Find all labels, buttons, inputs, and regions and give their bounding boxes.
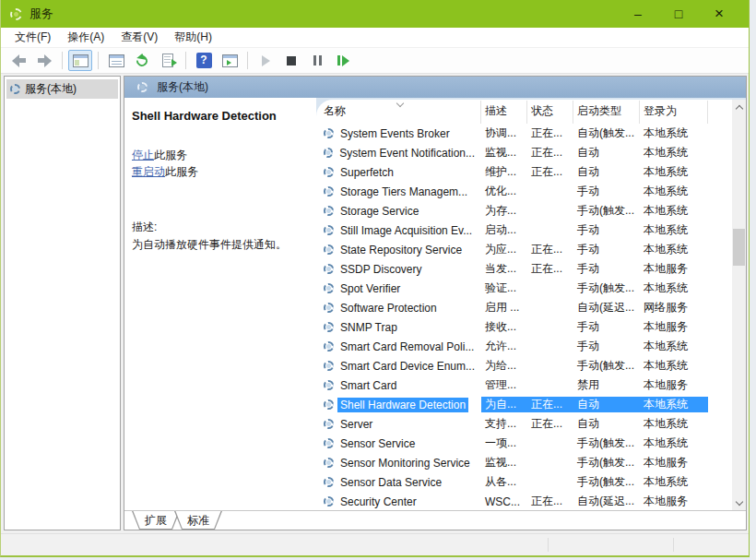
status-bar xyxy=(1,533,749,555)
toolbar-separator xyxy=(185,52,186,69)
service-gear-icon xyxy=(324,303,334,313)
column-header-startup-type[interactable]: 启动类型 xyxy=(573,101,640,124)
tree-item-services-local[interactable]: 服务(本地) xyxy=(6,79,118,99)
service-gear-icon xyxy=(324,458,334,468)
forward-icon xyxy=(38,54,52,67)
restart-service-link[interactable]: 重启动 xyxy=(132,165,165,178)
service-gear-icon xyxy=(324,148,333,158)
back-button[interactable] xyxy=(6,50,30,71)
titlebar: 服务 – □ × xyxy=(1,0,749,28)
console-tree-pane: 服务(本地) xyxy=(4,76,121,530)
status-bar-separator xyxy=(548,538,549,552)
menu-item[interactable]: 操作(A) xyxy=(59,27,112,48)
service-row[interactable]: Storage Tiers Managem... 优化... 手动 本地系统 xyxy=(316,182,732,201)
service-gear-icon xyxy=(324,361,334,371)
restart-service-line: 重启动此服务 xyxy=(132,163,309,180)
service-gear-icon xyxy=(324,283,334,293)
console-tree-icon xyxy=(73,54,89,67)
service-row[interactable]: Sensor Data Service 从各... 手动(触发... 本地系统 xyxy=(316,472,732,492)
export-list-icon xyxy=(162,54,173,67)
view-tab-inactive[interactable]: 标准 xyxy=(174,511,222,530)
action-pane-icon xyxy=(222,54,238,67)
description-text: 为自动播放硬件事件提供通知。 xyxy=(132,236,309,254)
services-gear-icon xyxy=(137,82,148,92)
service-row[interactable]: Smart Card 管理... 禁用 本地服务 xyxy=(316,375,732,395)
service-gear-icon xyxy=(324,477,334,487)
column-header-name[interactable]: 名称 xyxy=(320,101,481,124)
scrollbar-thumb[interactable] xyxy=(733,229,745,266)
view-tab-active[interactable]: 扩展 xyxy=(132,511,180,530)
help-button[interactable]: ? xyxy=(192,50,216,71)
start-service-button[interactable] xyxy=(254,50,278,71)
stop-service-button[interactable] xyxy=(279,50,303,71)
service-row[interactable]: Software Protection 启用 ... 自动(延迟... 网络服务 xyxy=(316,298,732,317)
toolbar-separator xyxy=(62,52,63,69)
service-row[interactable]: Smart Card Removal Poli... 允许... 手动 本地系统 xyxy=(316,337,732,356)
service-gear-icon xyxy=(324,206,334,216)
stop-service-line: 停止此服务 xyxy=(132,147,309,163)
service-row[interactable]: Spot Verifier 验证... 手动(触发... 本地系统 xyxy=(316,279,732,298)
service-gear-icon xyxy=(324,438,334,448)
show-console-tree-button[interactable] xyxy=(68,50,92,71)
menu-item[interactable]: 文件(F) xyxy=(6,27,59,48)
maximize-button[interactable]: □ xyxy=(658,6,699,21)
service-gear-icon xyxy=(324,380,334,390)
service-gear-icon xyxy=(324,186,334,197)
pause-service-button[interactable] xyxy=(305,50,329,71)
service-row[interactable]: State Repository Service 为应... 正在... 手动 … xyxy=(316,240,732,259)
service-row[interactable]: Sensor Service 一项... 手动(触发... 本地系统 xyxy=(316,434,732,453)
window-title: 服务 xyxy=(30,6,53,22)
services-gear-icon xyxy=(10,8,22,20)
service-gear-icon xyxy=(324,496,334,506)
service-row[interactable]: SSDP Discovery 当发... 正在... 手动 本地服务 xyxy=(316,259,732,279)
minimize-button[interactable]: – xyxy=(618,6,658,21)
list-header: 名称 描述 状态 启动类型 登录为 xyxy=(316,100,732,124)
service-row[interactable]: System Event Notification... 监视... 正在...… xyxy=(316,143,732,162)
refresh-icon xyxy=(135,53,150,68)
properties-icon xyxy=(109,54,124,67)
restart-service-button[interactable] xyxy=(331,50,355,71)
service-row[interactable]: Smart Card Device Enum... 为给... 手动(触发...… xyxy=(316,356,732,375)
services-list-area: 名称 描述 状态 启动类型 登录为 System Events Broker 协… xyxy=(316,98,746,510)
service-row[interactable]: Superfetch 维护... 正在... 自动 本地系统 xyxy=(316,162,732,182)
vertical-scrollbar[interactable] xyxy=(732,100,746,510)
status-bar-separator xyxy=(673,538,674,552)
pause-service-icon xyxy=(313,55,322,66)
service-gear-icon xyxy=(324,399,334,410)
column-header-description[interactable]: 描述 xyxy=(481,101,527,124)
tree-item-label: 服务(本地) xyxy=(25,81,77,97)
services-window: 服务 – □ × 文件(F)操作(A)查看(V)帮助(H) ? 服 xyxy=(0,0,750,557)
service-row[interactable]: Storage Service 为存... 手动(触发... 本地系统 xyxy=(316,201,732,220)
service-row[interactable]: Shell Hardware Detection 为自... 正在... 自动 … xyxy=(316,395,732,414)
service-gear-icon xyxy=(324,167,334,177)
help-icon: ? xyxy=(196,53,212,68)
export-list-button[interactable] xyxy=(156,50,180,71)
forward-button[interactable] xyxy=(32,50,56,71)
service-row[interactable]: Server 支持... 正在... 自动 本地系统 xyxy=(316,414,732,434)
menu-item[interactable]: 帮助(H) xyxy=(166,27,220,48)
close-button[interactable]: × xyxy=(699,5,739,23)
menu-item[interactable]: 查看(V) xyxy=(112,27,166,48)
service-gear-icon xyxy=(324,128,334,138)
service-row[interactable]: System Events Broker 协调... 正在... 自动(触发..… xyxy=(316,124,732,143)
service-gear-icon xyxy=(324,341,334,351)
selected-service-name: Shell Hardware Detection xyxy=(132,109,309,123)
service-gear-icon xyxy=(324,419,334,429)
stop-service-link[interactable]: 停止 xyxy=(132,149,154,161)
service-row[interactable]: SNMP Trap 接收... 手动 本地服务 xyxy=(316,317,732,337)
toolbar: ? xyxy=(1,48,749,74)
properties-button[interactable] xyxy=(104,50,128,71)
show-action-pane-button[interactable] xyxy=(218,50,242,71)
back-icon xyxy=(12,54,26,67)
refresh-button[interactable] xyxy=(130,50,154,71)
service-row[interactable]: Still Image Acquisition Ev... 启动... 手动 本… xyxy=(316,220,732,240)
column-header-logon-as[interactable]: 登录为 xyxy=(640,101,708,124)
scroll-down-arrow[interactable] xyxy=(732,495,746,510)
main-pane: 服务(本地) Shell Hardware Detection 停止此服务 重启… xyxy=(124,76,747,530)
column-header-status[interactable]: 状态 xyxy=(527,101,573,124)
scroll-up-arrow[interactable] xyxy=(732,100,746,114)
service-detail-panel: Shell Hardware Detection 停止此服务 重启动此服务 描述… xyxy=(124,98,316,510)
service-row[interactable]: Sensor Monitoring Service 监视... 手动(触发...… xyxy=(316,453,732,472)
pane-header: 服务(本地) xyxy=(124,77,746,98)
service-row[interactable]: Security Center WSC... 正在... 自动(延迟... 本地… xyxy=(316,492,732,510)
